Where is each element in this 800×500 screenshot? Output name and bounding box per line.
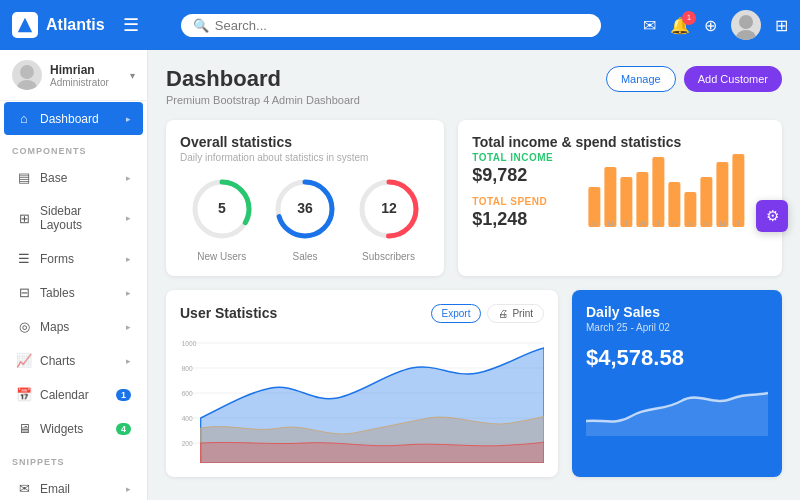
widgets-icon: 🖥 (16, 421, 32, 436)
new-users-circle: 5 New Users (190, 177, 254, 262)
user-stats-chart-area: 1000 800 600 400 200 (180, 333, 544, 463)
sidebar-item-base[interactable]: ▤ Base ▸ (4, 161, 143, 194)
sales-ring: 36 (273, 177, 337, 241)
forms-arrow-icon: ▸ (126, 254, 131, 264)
income-bar-chart: S M T W T F S S M T (569, 152, 768, 227)
overall-stats-subtitle: Daily information about statistics in sy… (180, 152, 430, 163)
manage-button[interactable]: Manage (606, 66, 676, 92)
income-figures: TOTAL INCOME $9,782 TOTAL SPEND $1,248 (472, 152, 553, 232)
overall-stats-title: Overall statistics (180, 134, 430, 150)
sidebar-dashboard-label: Dashboard (40, 112, 118, 126)
brand-icon (12, 12, 38, 38)
search-bar[interactable]: 🔍 (181, 14, 601, 37)
svg-text:200: 200 (182, 438, 193, 448)
sidebar-item-maps[interactable]: ◎ Maps ▸ (4, 310, 143, 343)
svg-text:F: F (672, 220, 676, 227)
print-label: Print (512, 308, 533, 319)
sidebar-layouts-icon: ⊞ (16, 211, 32, 226)
sidebar-item-charts[interactable]: 📈 Charts ▸ (4, 344, 143, 377)
sidebar-layouts-label: Sidebar Layouts (40, 204, 118, 232)
user-info: Himrian Administrator (50, 63, 122, 88)
svg-text:800: 800 (182, 363, 193, 373)
layout: Himrian Administrator ▾ ⌂ Dashboard ▸ CO… (0, 50, 800, 500)
email-arrow-icon: ▸ (126, 484, 131, 494)
user-chevron-icon: ▾ (130, 70, 135, 81)
sidebar-user-role: Administrator (50, 77, 122, 88)
header-buttons: Manage Add Customer (606, 66, 782, 92)
svg-text:S: S (592, 220, 597, 227)
subscribers-ring: 12 (357, 177, 421, 241)
total-spend-label: TOTAL SPEND (472, 196, 553, 207)
svg-rect-23 (733, 154, 745, 227)
sales-circle: 36 Sales (273, 177, 337, 262)
subscribers-label: Subscribers (357, 251, 421, 262)
base-icon: ▤ (16, 170, 32, 185)
calendar-icon: 📅 (16, 387, 32, 402)
hamburger-icon[interactable]: ☰ (123, 14, 139, 36)
floating-gear-button[interactable]: ⚙ (756, 200, 788, 232)
income-bar-chart-wrapper: S M T W T F S S M T (569, 152, 768, 231)
svg-marker-0 (18, 18, 32, 32)
charts-label: Charts (40, 354, 118, 368)
total-spend-value: $1,248 (472, 209, 553, 230)
svg-text:T: T (656, 220, 661, 227)
export-button[interactable]: Export (431, 304, 482, 323)
calendar-label: Calendar (40, 388, 108, 402)
mail-icon[interactable]: ✉ (643, 16, 656, 35)
layers-icon[interactable]: ⊕ (704, 16, 717, 35)
total-income-value: $9,782 (472, 165, 553, 186)
brand-name: Atlantis (46, 16, 105, 34)
maps-label: Maps (40, 320, 118, 334)
charts-arrow-icon: ▸ (126, 356, 131, 366)
navbar-icons: ✉ 🔔 1 ⊕ ⊞ (643, 10, 788, 40)
page-header-text: Dashboard Premium Bootstrap 4 Admin Dash… (166, 66, 360, 106)
tables-label: Tables (40, 286, 118, 300)
sidebar-item-dashboard[interactable]: ⌂ Dashboard ▸ (4, 102, 143, 135)
income-content: TOTAL INCOME $9,782 TOTAL SPEND $1,248 (472, 152, 768, 232)
calendar-badge: 1 (116, 389, 131, 401)
svg-rect-22 (717, 162, 729, 227)
sales-label: Sales (273, 251, 337, 262)
widgets-badge: 4 (116, 423, 131, 435)
svg-point-4 (17, 80, 37, 90)
sidebar-item-tables[interactable]: ⊟ Tables ▸ (4, 276, 143, 309)
daily-sales-chart (586, 381, 768, 436)
add-customer-button[interactable]: Add Customer (684, 66, 782, 92)
income-stats-card: Total income & spend statistics TOTAL IN… (458, 120, 782, 276)
subscribers-circle: 12 Subscribers (357, 177, 421, 262)
svg-point-1 (739, 15, 753, 29)
svg-rect-15 (605, 167, 617, 227)
brand: Atlantis (12, 12, 105, 38)
svg-text:T: T (736, 220, 741, 227)
print-button[interactable]: 🖨 Print (487, 304, 544, 323)
svg-text:W: W (639, 220, 646, 227)
sidebar-item-widgets[interactable]: 🖥 Widgets 4 (4, 412, 143, 445)
forms-label: Forms (40, 252, 118, 266)
svg-text:S: S (704, 220, 709, 227)
sidebar-item-forms[interactable]: ☰ Forms ▸ (4, 242, 143, 275)
top-cards-row: Overall statistics Daily information abo… (166, 120, 782, 276)
svg-text:5: 5 (218, 200, 226, 216)
page-subtitle: Premium Bootstrap 4 Admin Dashboard (166, 94, 360, 106)
sidebar-user[interactable]: Himrian Administrator ▾ (0, 50, 147, 101)
svg-rect-18 (653, 157, 665, 227)
search-icon: 🔍 (193, 18, 209, 33)
sidebar-user-avatar (12, 60, 42, 90)
sidebar-item-calendar[interactable]: 📅 Calendar 1 (4, 378, 143, 411)
user-avatar[interactable] (731, 10, 761, 40)
search-input[interactable] (215, 18, 589, 33)
grid-icon[interactable]: ⊞ (775, 16, 788, 35)
page-header: Dashboard Premium Bootstrap 4 Admin Dash… (166, 66, 782, 106)
sidebar-item-sidebar-layouts[interactable]: ⊞ Sidebar Layouts ▸ (4, 195, 143, 241)
base-arrow-icon: ▸ (126, 173, 131, 183)
sidebar-item-email[interactable]: ✉ Email ▸ (4, 472, 143, 500)
sidebar-avatar-image (12, 60, 42, 90)
svg-text:M: M (608, 220, 614, 227)
new-users-label: New Users (190, 251, 254, 262)
maps-icon: ◎ (16, 319, 32, 334)
notifications-icon[interactable]: 🔔 1 (670, 16, 690, 35)
svg-text:12: 12 (381, 200, 397, 216)
dashboard-arrow-icon: ▸ (126, 114, 131, 124)
new-users-ring: 5 (190, 177, 254, 241)
user-stats-actions: Export 🖨 Print (431, 304, 544, 323)
